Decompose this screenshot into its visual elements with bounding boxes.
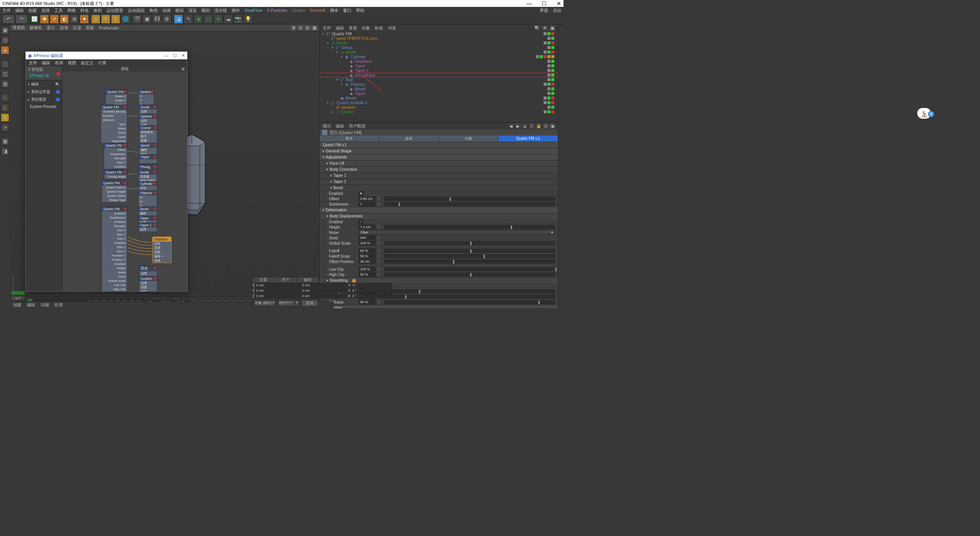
tree-item-tags[interactable] [536, 55, 557, 58]
sec-adjustments[interactable]: ▾Adjustments [320, 154, 558, 160]
menu-simulate[interactable]: 模拟 [175, 8, 184, 13]
attr-menu-userdata[interactable]: 用户数据 [349, 123, 366, 129]
xp-pin-icon[interactable]: ⊕ [180, 66, 186, 72]
xpresso-canvas[interactable]: 群组 ⊕ [62, 66, 187, 291]
tree-item-label[interactable]: random [341, 105, 355, 109]
object-mode-button[interactable]: ◳ [1, 36, 9, 44]
axis-button[interactable]: S [1, 113, 9, 122]
coord-apply-button[interactable]: 应用 [301, 300, 318, 307]
attr-func-icon[interactable]: ƒ [529, 123, 534, 129]
tree-expander[interactable]: ▾ [335, 50, 339, 54]
menu-mesh[interactable]: 网格 [67, 8, 76, 13]
menu-pipeline[interactable]: 流水线 [214, 8, 227, 13]
tree-item-label[interactable]: www.TFMSTYLE.com [336, 36, 378, 41]
tree-item-tags[interactable] [544, 51, 557, 54]
uv-poly-button[interactable]: ⊏ [1, 103, 9, 112]
tree-item-label[interactable]: Bevel [346, 96, 356, 100]
tree-expander[interactable]: ▾ [326, 101, 330, 105]
tree-item-tags[interactable] [547, 106, 557, 109]
attr-tab-coord[interactable]: 坐标 [379, 136, 439, 142]
tree-expander[interactable]: ▾ [321, 32, 325, 36]
attr-tab-object[interactable]: 对象 [439, 136, 499, 142]
tree-row[interactable]: ▾L°Setup [320, 45, 558, 50]
vp-nav-layout-icon[interactable]: ▦ [312, 25, 317, 31]
param-value[interactable]: 940 [359, 235, 376, 240]
add-deformer-button[interactable]: ❋ [214, 15, 223, 24]
attr-undock-icon[interactable]: ▣ [550, 123, 555, 129]
vp-tab-filter[interactable]: 过滤 [73, 25, 81, 31]
tree-row[interactable]: ◆Bevel [320, 96, 558, 100]
tree-row[interactable]: ◆Taper [320, 91, 558, 96]
tree-expander[interactable]: ▾ [340, 82, 343, 86]
xp-side-root[interactable]: ▾编辑🔍 [26, 80, 62, 88]
add-generator-button[interactable]: ⬡ [204, 15, 213, 24]
menu-realflow[interactable]: RealFlow [245, 8, 262, 13]
tree-item-label[interactable]: Quartz FM [332, 31, 352, 36]
tree-item-label[interactable]: Taper 1 [355, 68, 369, 73]
coord-field[interactable] [301, 288, 346, 293]
add-cube-button[interactable]: ◪ [174, 15, 183, 24]
tree-item-label[interactable]: Quartz module 1 [336, 100, 368, 105]
tree-row[interactable]: ▾◎Boole [320, 41, 558, 45]
close-button[interactable]: ✕ [557, 0, 561, 7]
attr-nav-fwd-icon[interactable]: ▶ [515, 123, 521, 129]
xp-node-taper3[interactable]: Taper 1启用 [138, 222, 157, 232]
vp-tab-perspective[interactable]: 透视图 [12, 25, 25, 31]
menu-help[interactable]: 帮助 [356, 8, 364, 13]
tree-item-label[interactable]: Boole [336, 41, 347, 45]
param-spinner[interactable]: ‡ [378, 254, 382, 258]
menu-sculpt[interactable]: 雕刻 [201, 8, 210, 13]
param-value[interactable]: 0.85 cm [359, 196, 376, 201]
attr-new-icon[interactable]: ◫ [543, 123, 548, 129]
x-axis-button[interactable]: X [91, 15, 100, 24]
xp-node-quartz-3[interactable]: Quartz FMOffsetSubdivisionStrengthSize Y… [104, 143, 127, 169]
tree-item-tags[interactable] [547, 87, 557, 90]
param-value[interactable]: 58 % [359, 254, 376, 258]
obj-menu-file[interactable]: 文件 [323, 25, 331, 31]
sec-deformation[interactable]: ▾Deformation [320, 207, 558, 213]
menu-render[interactable]: 渲染 [188, 8, 197, 13]
param-slider[interactable] [384, 260, 555, 263]
sec-bevel[interactable]: ▾Bevel [320, 185, 558, 191]
menu-script[interactable]: 脚本 [330, 8, 338, 13]
tree-expander[interactable]: ▾ [335, 78, 339, 82]
param-slider[interactable] [384, 289, 555, 293]
status-edit[interactable]: 编辑 [27, 302, 35, 308]
tree-expander[interactable]: ▾ [330, 46, 334, 49]
xp-side-item[interactable]: ▸系统预置 [26, 96, 62, 103]
texture-mode-button[interactable]: ◈ [1, 46, 9, 54]
live-select-button[interactable]: ⬜ [30, 15, 39, 24]
xp-node-quartz-4[interactable]: Quartz FMPhong Angle [104, 170, 127, 179]
menu-file[interactable]: 文件 [2, 8, 11, 13]
tree-row[interactable]: ◆Taper 1 [320, 68, 558, 73]
tree-item-tags[interactable] [547, 37, 557, 40]
tree-row[interactable]: ▾L°Null [320, 77, 558, 82]
tree-row[interactable]: ▾L°Quartz module 1 [320, 100, 558, 105]
attr-tab-quartz[interactable]: Quartz FM v.1 [498, 136, 558, 142]
point-mode-button[interactable]: ⬚ [1, 60, 9, 68]
menu-tracking[interactable]: 运动跟踪 [128, 8, 145, 13]
uv-point-button[interactable]: ⌐ [1, 93, 9, 102]
attr-menu-edit[interactable]: 编辑 [336, 123, 344, 129]
xp-menu-edit[interactable]: 编辑 [42, 60, 50, 66]
vp-nav-zoom-icon[interactable]: ⊕ [305, 25, 310, 31]
edge-mode-button[interactable]: ◫ [1, 70, 9, 78]
param-value[interactable]: 100 % [359, 241, 376, 245]
attr-menu-mode[interactable]: 模式 [323, 123, 331, 129]
y-axis-button[interactable]: Y [101, 15, 110, 24]
param-slider[interactable] [384, 254, 555, 258]
coord-field[interactable] [255, 283, 301, 288]
sec-impurities[interactable]: ▸Impurities [320, 305, 558, 308]
attr-lock-icon[interactable]: 🔒 [536, 123, 541, 129]
menu-mograph[interactable]: 运动图形 [106, 8, 123, 13]
coord-field[interactable] [347, 283, 392, 288]
tree-expander[interactable]: ▾ [340, 55, 343, 59]
tree-item-label[interactable]: Taper [355, 64, 366, 68]
render-settings-button[interactable]: ⚙ [162, 15, 172, 24]
menu-volume[interactable]: 体积 [93, 8, 102, 13]
tree-item-label[interactable]: Taper [355, 91, 366, 96]
obj-menu-view[interactable]: 查看 [349, 25, 357, 31]
param-select[interactable]: Ober▾ [359, 230, 555, 235]
tree-item-tags[interactable] [547, 46, 557, 49]
tree-item-tags[interactable] [544, 110, 557, 113]
